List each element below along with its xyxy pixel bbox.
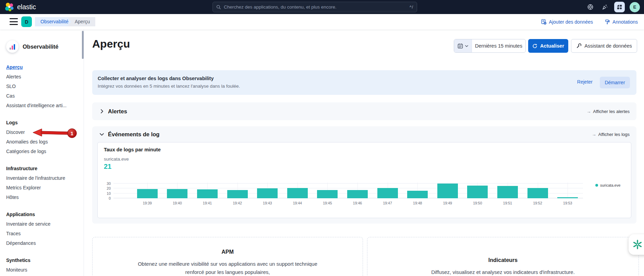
sidebar-item-hotes[interactable]: Hôtes [6, 192, 79, 202]
chatgpt-extension-button[interactable] [629, 234, 644, 255]
chart-title: Taux de logs par minute [104, 147, 161, 152]
bar-19-39[interactable] [137, 189, 158, 198]
data-assistant-button[interactable]: Assistant de données [571, 39, 637, 53]
bar-19-42[interactable] [227, 190, 248, 198]
show-alerts-link[interactable]: → Afficher les alertes [586, 109, 630, 114]
x-axis-tick-19-51: 19:51 [503, 201, 512, 205]
global-search-box[interactable]: ^/ [212, 2, 417, 12]
banner-subtitle: Intégrez vos données en 5 minutes et lan… [98, 84, 240, 89]
x-axis-tick-19-52: 19:52 [533, 201, 542, 205]
chatgpt-logo-icon [632, 239, 643, 250]
dismiss-button[interactable]: Rejeter [577, 79, 593, 85]
user-avatar[interactable]: E [630, 2, 640, 12]
gridline-x-19-53 [568, 183, 568, 198]
bar-19-45[interactable] [317, 190, 338, 198]
alerts-accordion-toggle[interactable]: Alertes → Afficher les alertes [92, 102, 636, 120]
sidebar-title: Observabilité [23, 43, 59, 50]
sidebar-item-cas[interactable]: Cas [6, 91, 79, 101]
apps-menu-button[interactable] [614, 2, 625, 12]
sidebar-section-synthetics: Synthetics [6, 255, 79, 265]
bar-19-46[interactable] [347, 190, 368, 198]
bar-19-52[interactable] [527, 188, 548, 198]
calendar-menu-button[interactable] [454, 39, 472, 52]
sidebar-item-inventaire-de-service[interactable]: Inventaire de service [6, 219, 79, 229]
chevron-right-icon [99, 109, 105, 114]
x-axis-tick-19-53: 19:53 [563, 201, 572, 205]
sidebar-item-alertes[interactable]: Alertes [6, 72, 79, 81]
start-button[interactable]: Démarrer [600, 77, 630, 88]
bar-19-41[interactable] [197, 189, 218, 198]
gridline-y-30 [113, 183, 583, 184]
annotations-link[interactable]: Annotations [605, 19, 638, 25]
x-axis-tick-19-50: 19:50 [473, 201, 482, 205]
show-logs-label: Afficher les logs [598, 132, 630, 137]
sidebar-item-traces[interactable]: Traces [6, 229, 79, 238]
observability-app-icon [6, 40, 19, 53]
show-alerts-label: Afficher les alertes [593, 109, 630, 114]
add-data-link[interactable]: Ajouter des données [541, 19, 593, 25]
sidebar-item-moniteurs[interactable]: Moniteurs [6, 265, 79, 275]
x-axis-tick-19-46: 19:46 [353, 201, 362, 205]
sidebar-section-applications: Applications [6, 210, 79, 219]
bar-19-50[interactable] [467, 186, 488, 198]
chart-series-label: suricata.eve [104, 156, 129, 162]
apm-card-description: Obtenez une meilleure visibilité sur vos… [137, 260, 318, 276]
help-button[interactable] [585, 2, 595, 12]
space-badge[interactable]: D [21, 16, 32, 27]
bar-19-47[interactable] [377, 188, 398, 198]
sidebar-scrollbar-thumb[interactable] [82, 31, 84, 59]
bar-19-53[interactable] [557, 197, 578, 198]
refresh-label: Actualiser [540, 43, 564, 49]
elastic-logo[interactable]: elastic [5, 2, 36, 12]
bar-19-51[interactable] [497, 186, 518, 198]
sidebar-item-slo[interactable]: SLO [6, 81, 79, 91]
metrics-card-description: Diffusez, visualisez et analysez vos ind… [412, 268, 594, 276]
topbar-right-controls: E [585, 0, 640, 14]
time-range-picker[interactable]: Dernières 15 minutes [454, 39, 526, 53]
sidebar-item-dependances[interactable]: Dépendances [6, 238, 79, 248]
show-logs-link[interactable]: → Afficher les logs [592, 132, 630, 137]
time-range-value[interactable]: Dernières 15 minutes [472, 39, 525, 52]
bar-19-48[interactable] [407, 191, 428, 198]
x-axis-tick-19-44: 19:44 [293, 201, 302, 205]
x-axis-tick-19-43: 19:43 [263, 201, 272, 205]
apps-grid-icon [617, 4, 622, 10]
sidebar-nav: AperçuAlertesSLOCasAssistant d'intellige… [6, 62, 79, 275]
observability-overview-page: elastic ^/ [0, 0, 644, 276]
bar-19-40[interactable] [167, 189, 187, 198]
sidebar-item-discover[interactable]: Discover [6, 127, 79, 137]
arrow-right-icon: → [586, 109, 591, 114]
x-axis-tick-19-42: 19:42 [233, 201, 242, 205]
chart-legend[interactable]: suricata.eve [595, 183, 620, 187]
sidebar-item-assistant-d-intelligence-arti[interactable]: Assistant d'intelligence arti... [6, 101, 79, 110]
y-axis-tick-30: 30 [99, 181, 111, 186]
refresh-icon [532, 43, 537, 49]
news-button[interactable] [600, 2, 609, 12]
metrics-card[interactable]: Indicateurs Diffusez, visualisez et anal… [367, 237, 639, 276]
menu-toggle-button[interactable] [10, 18, 18, 25]
bar-19-43[interactable] [257, 188, 278, 198]
refresh-button[interactable]: Actualiser [528, 39, 568, 53]
x-axis-tick-19-49: 19:49 [443, 201, 452, 205]
metrics-card-title: Indicateurs [367, 257, 639, 263]
legend-dot-icon [595, 184, 598, 187]
search-shortcut-hint: ^/ [410, 5, 413, 10]
x-axis-tick-19-45: 19:45 [323, 201, 332, 205]
apm-card[interactable]: APM Obtenez une meilleure visibilité sur… [92, 237, 363, 276]
chevron-down-icon [465, 44, 469, 48]
calendar-icon [458, 43, 463, 49]
sidebar-item-apercu[interactable]: Aperçu [6, 62, 79, 72]
breadcrumb-bar: D Observabilité Aperçu Ajouter des donné… [0, 14, 644, 29]
log-events-accordion-toggle[interactable]: Événements de log → Afficher les logs [92, 126, 636, 142]
sidebar-item-categories-de-logs[interactable]: Catégories de logs [6, 147, 79, 156]
sidebar-item-inventaire-de-l-infrastructure[interactable]: Inventaire de l'infrastructure [6, 173, 79, 183]
logs-onboarding-banner: Collecter et analyser des logs dans Obse… [92, 70, 636, 95]
top-navigation-bar: elastic ^/ [0, 0, 644, 14]
bar-19-44[interactable] [287, 188, 308, 198]
sidebar-section-infrastructure: Infrastructure [6, 164, 79, 173]
bar-19-49[interactable] [437, 184, 458, 198]
x-axis-tick-19-41: 19:41 [203, 201, 212, 205]
sidebar-item-metrics-explorer[interactable]: Metrics Explorer [6, 183, 79, 192]
sidebar-item-anomalies-des-logs[interactable]: Anomalies des logs [6, 137, 79, 147]
search-input[interactable] [224, 4, 407, 10]
